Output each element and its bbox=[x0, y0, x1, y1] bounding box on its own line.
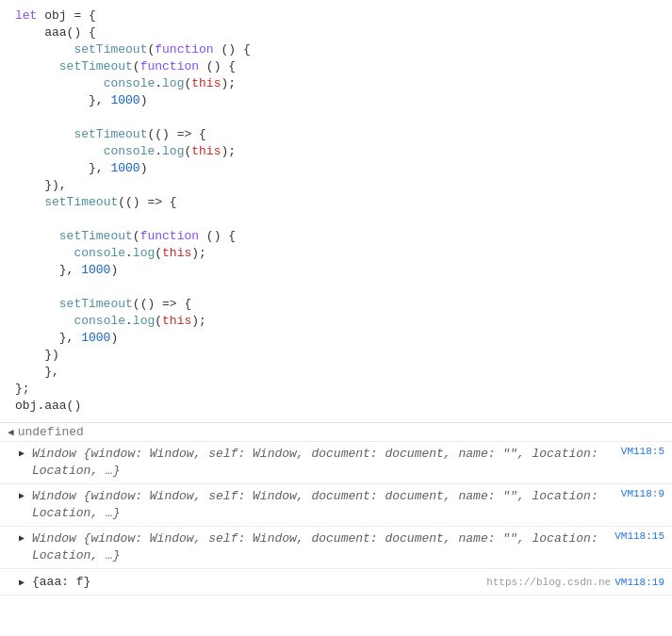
console-row-1b: Location, …} bbox=[0, 463, 672, 480]
console-entry-3: VM118:15 ▶ Window {window: Window, self:… bbox=[0, 527, 672, 569]
code-editor: let obj = { aaa() { setTimeout(function … bbox=[0, 0, 672, 423]
code-line-12: setTimeout(() => { bbox=[0, 194, 672, 211]
code-line-2: aaa() { bbox=[0, 24, 672, 41]
expand-arrow-4[interactable]: ▶ bbox=[19, 577, 30, 588]
code-line-21: }) bbox=[0, 347, 672, 364]
code-line-17 bbox=[0, 279, 672, 296]
console-row-2a: ▶ Window {window: Window, self: Window, … bbox=[0, 488, 672, 505]
console-output-area: VM118:5 ▶ Window {window: Window, self: … bbox=[0, 442, 672, 595]
code-line-4: setTimeout(function () { bbox=[0, 58, 672, 75]
vm-link-3[interactable]: VM118:15 bbox=[615, 530, 664, 542]
code-line-16: }, 1000) bbox=[0, 262, 672, 279]
code-line-6: }, 1000) bbox=[0, 92, 672, 109]
console-text-3: Window {window: Window, self: Window, do… bbox=[32, 530, 598, 547]
expand-arrow-2[interactable]: ▶ bbox=[19, 488, 30, 505]
code-line-5: console.log(this); bbox=[0, 75, 672, 92]
code-line-10: }, 1000) bbox=[0, 160, 672, 177]
code-line-23: }; bbox=[0, 381, 672, 398]
code-line-3: setTimeout(function () { bbox=[0, 41, 672, 58]
undefined-output: ◀ undefined bbox=[0, 423, 672, 442]
console-text-3b: Location, …} bbox=[32, 547, 121, 564]
expand-arrow-1[interactable]: ▶ bbox=[19, 446, 30, 463]
code-line-14: setTimeout(function () { bbox=[0, 228, 672, 245]
console-entry-2: VM118:9 ▶ Window {window: Window, self: … bbox=[0, 484, 672, 527]
console-entry-4: ▶ {aaa: f} https://blog.csdn.ne VM118:19 bbox=[0, 569, 672, 595]
left-arrow-icon: ◀ bbox=[8, 426, 14, 438]
code-line-20: }, 1000) bbox=[0, 330, 672, 347]
code-line-1: let obj = { bbox=[0, 8, 672, 24]
console-row-2b: Location, …} bbox=[0, 505, 672, 522]
source-url: https://blog.csdn.ne bbox=[486, 577, 611, 588]
code-line-24: obj.aaa() bbox=[0, 398, 672, 415]
console-row-1a: ▶ Window {window: Window, self: Window, … bbox=[0, 446, 672, 463]
code-line-19: console.log(this); bbox=[0, 313, 672, 330]
code-line-15: console.log(this); bbox=[0, 245, 672, 262]
code-line-13 bbox=[0, 211, 672, 228]
console-text-2: Window {window: Window, self: Window, do… bbox=[32, 488, 598, 505]
code-line-11: }), bbox=[0, 177, 672, 194]
console-text-1b: Location, …} bbox=[32, 463, 121, 480]
console-text-4: {aaa: f} bbox=[32, 575, 90, 589]
code-line-8: setTimeout(() => { bbox=[0, 126, 672, 143]
code-line-18: setTimeout(() => { bbox=[0, 296, 672, 313]
console-text-1: Window {window: Window, self: Window, do… bbox=[32, 446, 598, 463]
console-row-3b: Location, …} bbox=[0, 547, 672, 564]
code-line-9: console.log(this); bbox=[0, 143, 672, 160]
code-line-22: }, bbox=[0, 364, 672, 381]
vm-link-4[interactable]: VM118:19 bbox=[615, 577, 664, 588]
vm-link-2[interactable]: VM118:9 bbox=[621, 488, 664, 499]
vm-link-1[interactable]: VM118:5 bbox=[621, 446, 664, 457]
console-row-3a: ▶ Window {window: Window, self: Window, … bbox=[0, 530, 672, 547]
console-entry-1: VM118:5 ▶ Window {window: Window, self: … bbox=[0, 442, 672, 484]
expand-arrow-3[interactable]: ▶ bbox=[19, 530, 30, 547]
code-line-7 bbox=[0, 109, 672, 126]
undefined-value: undefined bbox=[18, 425, 84, 439]
console-text-2b: Location, …} bbox=[32, 505, 121, 522]
